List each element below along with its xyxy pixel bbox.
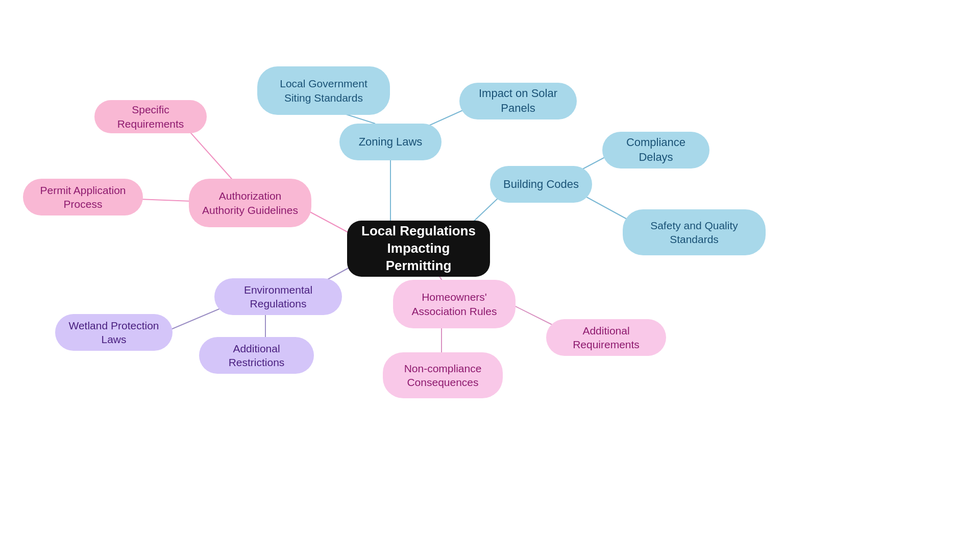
safety-quality-node[interactable]: Safety and Quality Standards xyxy=(623,209,766,255)
hoa-rules-node[interactable]: Homeowners' Association Rules xyxy=(393,280,516,328)
impact-solar-node[interactable]: Impact on Solar Panels xyxy=(459,83,577,119)
non-compliance-node[interactable]: Non-compliance Consequences xyxy=(383,352,503,398)
permit-app-node[interactable]: Permit Application Process xyxy=(23,179,143,215)
environmental-reg-node[interactable]: Environmental Regulations xyxy=(214,278,342,315)
compliance-delays-node[interactable]: Compliance Delays xyxy=(602,132,709,169)
specific-req-node[interactable]: Specific Requirements xyxy=(94,100,207,133)
zoning-laws-node[interactable]: Zoning Laws xyxy=(339,124,442,160)
building-codes-node[interactable]: Building Codes xyxy=(490,166,592,203)
local-government-node[interactable]: Local Government Siting Standards xyxy=(257,66,390,115)
additional-req-node[interactable]: Additional Requirements xyxy=(546,319,666,356)
additional-restrictions-node[interactable]: Additional Restrictions xyxy=(199,337,314,374)
auth-authority-node[interactable]: Authorization Authority Guidelines xyxy=(189,179,311,227)
svg-line-7 xyxy=(184,125,235,182)
center-node[interactable]: Local Regulations Impacting Permitting xyxy=(347,221,490,277)
wetland-prot-node[interactable]: Wetland Protection Laws xyxy=(55,314,173,351)
